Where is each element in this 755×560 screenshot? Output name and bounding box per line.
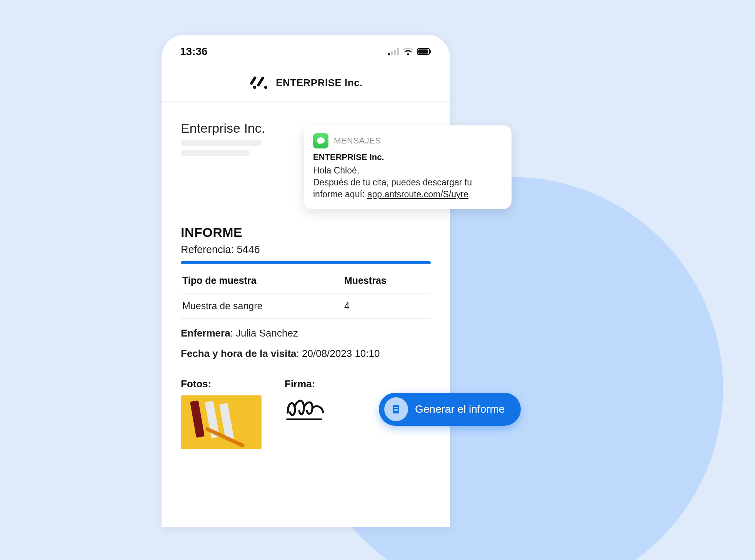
brand-name: ENTERPRISE Inc. [276,77,363,89]
samples-table: Tipo de muestra Muestras Muestra de sang… [181,268,431,319]
nurse-line: Enfermera: Julia Sanchez [181,327,431,339]
notification-card[interactable]: MENSAJES ENTERPRISE Inc. Hola Chloé, Des… [304,125,512,209]
nurse-name: Julia Sanchez [236,327,298,339]
status-icons [388,48,432,55]
report-title: INFORME [181,225,431,240]
photo-thumbnail[interactable] [181,395,262,449]
wifi-icon [403,48,413,55]
visit-label: Fecha y hora de la visita [181,348,297,359]
visit-line: Fecha y hora de la visita: 20/08/2023 10… [181,348,431,360]
progress-bar [181,261,431,264]
signature-image [285,395,327,422]
skeleton-line [181,140,262,146]
messages-app-icon [313,133,328,148]
signal-icon [388,48,399,55]
report-reference: Referencia: 5446 [181,244,431,256]
svg-rect-8 [250,76,257,85]
notification-greeting: Hola Chloé, [313,165,359,175]
notification-link[interactable]: app.antsroute.com/S/uyre [367,189,468,199]
svg-rect-1 [391,51,393,55]
signature-col: Firma: [285,378,327,449]
photos-col: Fotos: [181,378,262,449]
document-icon [390,403,402,415]
notification-app-name: MENSAJES [334,136,381,146]
col-sample-type: Tipo de muestra [181,268,343,293]
generate-report-button[interactable]: Generar el informe [379,393,521,426]
svg-rect-6 [418,50,428,54]
status-time: 13:36 [180,45,208,58]
skeleton-line [181,150,250,156]
svg-rect-0 [388,53,390,55]
status-bar: 13:36 [162,35,450,61]
brand-logo-icon [249,76,269,89]
report-icon-circle [384,397,408,421]
app-header: ENTERPRISE Inc. [162,61,450,102]
svg-point-11 [264,86,267,89]
photos-label: Fotos: [181,378,262,390]
svg-point-10 [253,86,256,89]
visit-value: 20/08/2023 10:10 [302,348,380,359]
report-reference-label: Referencia: [181,244,234,255]
svg-rect-9 [257,76,265,87]
battery-icon [417,48,432,55]
report-reference-value: 5446 [237,244,260,255]
phone-frame: 13:36 [162,35,450,527]
svg-point-4 [407,53,409,55]
col-sample-qty: Muestras [343,268,431,293]
notification-sender: ENTERPRISE Inc. [313,152,502,162]
signature-label: Firma: [285,378,327,390]
notification-header: MENSAJES [313,133,502,148]
svg-rect-2 [394,50,396,55]
cell-sample-qty: 4 [343,293,431,319]
svg-rect-3 [397,48,399,55]
table-row: Muestra de sangre 4 [181,293,431,319]
notification-body: Hola Chloé, Después de tu cita, puedes d… [313,165,502,200]
cell-sample-type: Muestra de sangre [181,293,343,319]
svg-rect-7 [430,50,431,53]
generate-report-label: Generar el informe [415,403,505,415]
nurse-label: Enfermera [181,327,230,339]
